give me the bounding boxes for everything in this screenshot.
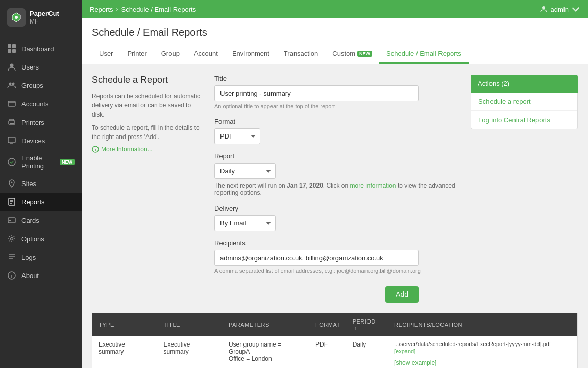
sidebar-item-logs-label: Logs	[21, 254, 36, 261]
col-period[interactable]: PERIOD ↑	[347, 313, 388, 336]
breadcrumb-separator: ›	[116, 6, 118, 13]
action-log-central[interactable]: Log into Central Reports	[471, 111, 577, 129]
tab-user[interactable]: User	[92, 44, 120, 64]
tab-schedule[interactable]: Schedule / Email Reports	[379, 44, 469, 64]
schedule-desc2: To schedule a report, fill in the detail…	[92, 123, 204, 142]
format-group: Format PDF CSV HTML	[214, 118, 460, 144]
main-content: Reports › Schedule / Email Reports admin…	[82, 0, 588, 368]
sidebar-item-about-label: About	[21, 272, 39, 280]
breadcrumb: Reports › Schedule / Email Reports	[90, 6, 196, 13]
sidebar-item-reports-label: Reports	[21, 198, 45, 206]
topbar: Reports › Schedule / Email Reports admin	[82, 0, 588, 18]
delivery-label: Delivery	[214, 204, 460, 212]
schedule-desc1: Reports can be scheduled for automatic d…	[92, 91, 204, 119]
actions-panel: Actions (2) Schedule a report Log into C…	[471, 75, 578, 303]
sidebar-item-sites[interactable]: Sites	[0, 174, 82, 193]
sidebar-item-dashboard[interactable]: Dashboard	[0, 39, 82, 58]
page-title: Schedule / Email Reports	[92, 27, 578, 38]
logo-text: PaperCut MF	[30, 10, 59, 25]
sidebar: PaperCut MF Dashboard Users Groups Accou…	[0, 0, 82, 368]
show-example-link[interactable]: [show example]	[394, 358, 571, 368]
svg-point-20	[542, 6, 545, 9]
tab-group[interactable]: Group	[154, 44, 187, 64]
sidebar-item-cards-label: Cards	[21, 217, 39, 224]
sidebar-item-devices-label: Devices	[21, 137, 45, 145]
logo: PaperCut MF	[0, 0, 82, 35]
sidebar-item-enable-printing-label: Enable Printing	[21, 154, 54, 170]
more-info-link[interactable]: More Information...	[92, 146, 204, 153]
table-row: Executive summary Executive summary User…	[92, 336, 578, 368]
title-input[interactable]	[214, 85, 419, 101]
col-type: TYPE	[92, 313, 158, 336]
recipients-group: Recipients A comma separated list of ema…	[214, 239, 460, 274]
schedule-description: Schedule a Report Reports can be schedul…	[92, 75, 204, 303]
svg-point-8	[12, 83, 15, 85]
topbar-user-menu[interactable]: admin	[540, 5, 580, 13]
sidebar-item-cards[interactable]: Cards	[0, 211, 82, 229]
sidebar-item-devices[interactable]: Devices	[0, 131, 82, 150]
tabs: User Printer Group Account Environment T…	[92, 44, 578, 64]
title-label: Title	[214, 75, 460, 82]
recipients-label: Recipients	[214, 239, 460, 247]
custom-tab-badge: NEW	[357, 51, 372, 57]
recipients-input[interactable]	[214, 250, 419, 266]
svg-rect-5	[12, 49, 16, 53]
svg-rect-2	[8, 44, 11, 48]
svg-rect-3	[12, 44, 16, 48]
delivery-group: Delivery By Email Save to Disk	[214, 204, 460, 231]
scheduled-reports-table: TYPE TITLE PARAMETERS FORMAT PERIOD ↑ RE…	[92, 313, 578, 368]
breadcrumb-reports[interactable]: Reports	[90, 6, 113, 13]
title-group: Title An optional title to appear at the…	[214, 75, 460, 109]
sidebar-item-options[interactable]: Options	[0, 229, 82, 248]
svg-rect-9	[8, 101, 15, 106]
sidebar-item-enable-printing[interactable]: Enable Printing NEW	[0, 150, 82, 174]
report-label: Report	[214, 152, 460, 160]
enable-printing-badge: NEW	[60, 159, 75, 165]
tab-printer[interactable]: Printer	[120, 44, 154, 64]
report-select[interactable]: Daily Weekly Monthly	[214, 163, 276, 179]
page-content: Schedule / Email Reports User Printer Gr…	[82, 18, 588, 368]
cell-parameters: User group name = GroupAOffice = London	[223, 336, 309, 368]
svg-rect-12	[8, 137, 15, 143]
sidebar-item-about[interactable]: About	[0, 266, 82, 285]
svg-point-7	[9, 83, 12, 85]
sidebar-item-logs[interactable]: Logs	[0, 248, 82, 266]
report-info: The next report will run on Jan 17, 2020…	[214, 182, 460, 196]
svg-point-1	[15, 16, 18, 19]
sidebar-item-options-label: Options	[21, 235, 44, 243]
sidebar-item-groups[interactable]: Groups	[0, 76, 82, 95]
col-format: FORMAT	[309, 313, 347, 336]
col-recipients: RECIPIENTS/LOCATION	[388, 313, 577, 336]
title-hint: An optional title to appear at the top o…	[214, 103, 460, 109]
cell-title: Executive summary	[157, 336, 222, 368]
add-button[interactable]: Add	[385, 286, 419, 303]
breadcrumb-schedule[interactable]: Schedule / Email Reports	[121, 6, 197, 13]
body-area: Schedule a Report Reports can be schedul…	[82, 64, 588, 313]
tab-environment[interactable]: Environment	[225, 44, 277, 64]
actions-header: Actions (2)	[471, 75, 578, 93]
tab-account[interactable]: Account	[187, 44, 225, 64]
sidebar-item-users-label: Users	[21, 63, 39, 71]
tab-custom[interactable]: Custom NEW	[325, 44, 379, 64]
sidebar-item-dashboard-label: Dashboard	[21, 45, 54, 53]
sidebar-nav: Dashboard Users Groups Accounts Printers…	[0, 35, 82, 368]
sidebar-item-printers[interactable]: Printers	[0, 113, 82, 131]
svg-rect-17	[9, 220, 11, 221]
sidebar-item-groups-label: Groups	[21, 82, 43, 89]
sidebar-item-users[interactable]: Users	[0, 58, 82, 76]
sidebar-item-reports[interactable]: Reports	[0, 193, 82, 211]
delivery-select[interactable]: By Email Save to Disk	[214, 215, 276, 231]
expand-link[interactable]: [expand]	[394, 348, 415, 354]
svg-point-18	[11, 238, 13, 240]
sidebar-item-accounts-label: Accounts	[21, 100, 48, 108]
cell-period: Daily	[347, 336, 388, 368]
col-title: TITLE	[157, 313, 222, 336]
tab-transaction[interactable]: Transaction	[277, 44, 325, 64]
more-information-link[interactable]: more information	[350, 182, 396, 189]
page-header: Schedule / Email Reports User Printer Gr…	[82, 18, 588, 64]
action-schedule-report[interactable]: Schedule a report	[471, 93, 577, 111]
report-group: Report Daily Weekly Monthly The next rep…	[214, 152, 460, 196]
sidebar-item-accounts[interactable]: Accounts	[0, 95, 82, 113]
recipients-hint: A comma separated list of email addresse…	[214, 268, 460, 274]
format-select[interactable]: PDF CSV HTML	[214, 128, 260, 144]
